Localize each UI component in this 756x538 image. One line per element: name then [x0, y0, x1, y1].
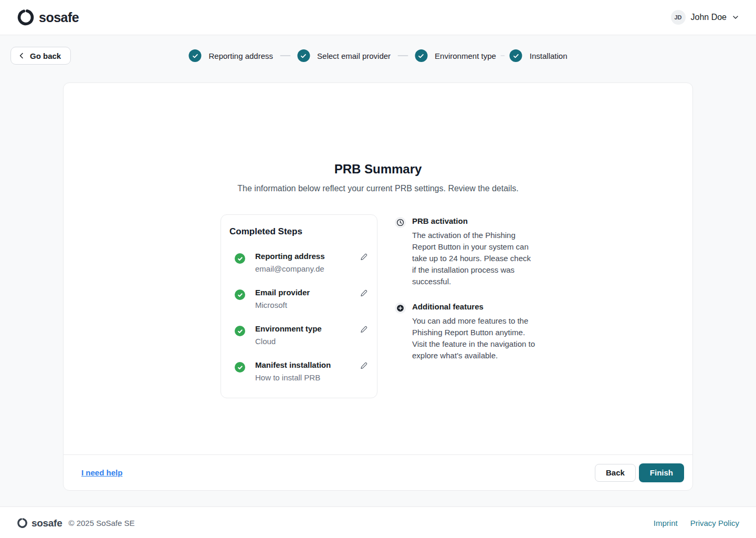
- stepper-step-select-email-provider: Select email provider: [297, 49, 391, 62]
- info-section-prb-activation: PRB activation The activation of the Phi…: [395, 216, 536, 287]
- sosafe-logo-icon: [17, 8, 35, 26]
- edit-manifest-installation-button[interactable]: [359, 361, 369, 370]
- page-subtitle: The information below reflect your curre…: [64, 184, 692, 193]
- footer-links: Imprint Privacy Policy: [654, 519, 739, 527]
- stepper-connector: [501, 55, 505, 56]
- completed-steps-card: Completed Steps Reporting address email@…: [220, 214, 377, 398]
- privacy-policy-link[interactable]: Privacy Policy: [690, 519, 739, 527]
- brand-wordmark: sosafe: [39, 10, 79, 25]
- completed-step-reporting-address: Reporting address email@company.de: [229, 252, 369, 273]
- check-circle-icon: [235, 326, 245, 336]
- imprint-link[interactable]: Imprint: [654, 519, 678, 527]
- summary-card-footer: I need help Back Finish: [64, 454, 692, 490]
- footer-sosafe-logo: sosafe: [17, 518, 62, 529]
- finish-button[interactable]: Finish: [639, 463, 684, 482]
- completed-step-manifest-installation: Manifest installation How to install PRB: [229, 360, 369, 382]
- stepper-step-environment-type: Environment type: [415, 49, 496, 62]
- completed-step-environment-type: Environment type Cloud: [229, 324, 369, 346]
- info-section-additional-features: Additional features You can add more fea…: [395, 302, 536, 361]
- footer-brand-wordmark: sosafe: [32, 518, 62, 529]
- plus-circle-icon: [395, 303, 406, 314]
- clock-icon: [395, 217, 406, 228]
- stepper-step-installation: Installation: [510, 49, 568, 62]
- check-circle-icon: [510, 49, 522, 62]
- stepper-connector: [397, 55, 408, 56]
- app-header: sosafe JD John Doe: [0, 0, 756, 35]
- page-footer: sosafe © 2025 SoSafe SE Imprint Privacy …: [0, 506, 756, 538]
- pencil-icon: [360, 289, 368, 297]
- topbar: Go back Reporting address Select email p…: [10, 47, 746, 65]
- edit-email-provider-button[interactable]: [359, 288, 369, 298]
- check-circle-icon: [235, 253, 245, 264]
- completed-steps-title: Completed Steps: [229, 226, 369, 237]
- go-back-button[interactable]: Go back: [10, 47, 71, 65]
- stepper-step-reporting-address: Reporting address: [188, 49, 273, 62]
- check-circle-icon: [235, 289, 245, 300]
- edit-reporting-address-button[interactable]: [359, 252, 369, 262]
- page-content: Go back Reporting address Select email p…: [0, 35, 756, 506]
- sosafe-logo-icon: [17, 518, 28, 529]
- pencil-icon: [360, 326, 368, 333]
- info-column: PRB activation The activation of the Phi…: [395, 214, 536, 361]
- completed-step-email-provider: Email provider Microsoft: [229, 288, 369, 309]
- chevron-left-icon: [18, 53, 25, 59]
- user-menu[interactable]: JD John Doe: [671, 10, 740, 25]
- check-circle-icon: [297, 49, 310, 62]
- check-circle-icon: [235, 362, 245, 373]
- summary-card: PRB Summary The information below reflec…: [63, 82, 693, 491]
- need-help-link[interactable]: I need help: [81, 468, 122, 477]
- pencil-icon: [360, 362, 368, 369]
- stepper-connector: [280, 55, 290, 56]
- user-name: John Doe: [691, 13, 727, 22]
- check-circle-icon: [415, 49, 427, 62]
- avatar: JD: [671, 10, 686, 25]
- sosafe-logo: sosafe: [17, 8, 79, 26]
- summary-card-body: PRB Summary The information below reflec…: [64, 83, 692, 454]
- copyright-text: © 2025 SoSafe SE: [68, 519, 134, 527]
- chevron-down-icon: [732, 14, 739, 21]
- page-title: PRB Summary: [64, 162, 692, 177]
- check-circle-icon: [188, 49, 201, 62]
- pencil-icon: [360, 253, 368, 261]
- back-button[interactable]: Back: [595, 464, 636, 482]
- progress-stepper: Reporting address Select email provider …: [188, 47, 567, 65]
- edit-environment-type-button[interactable]: [359, 325, 369, 334]
